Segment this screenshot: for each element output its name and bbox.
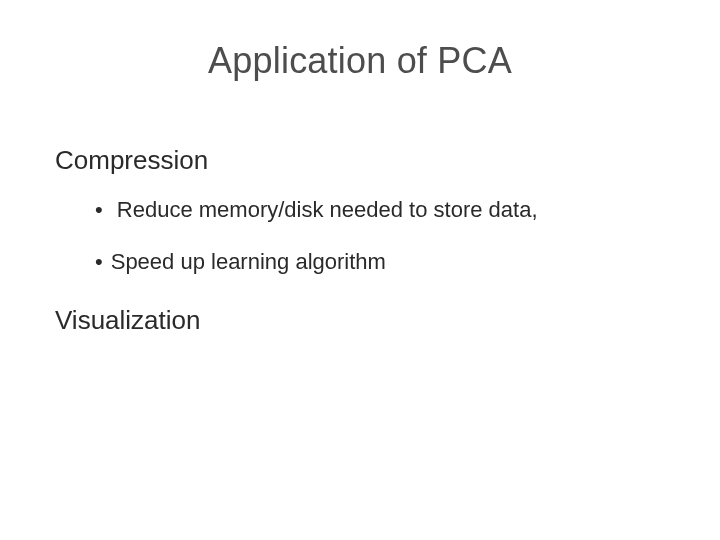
slide-title: Application of PCA	[0, 40, 720, 82]
bullet-item: • Reduce memory/disk needed to store dat…	[95, 196, 665, 224]
bullet-text: Reduce memory/disk needed to store data,	[111, 197, 538, 222]
section-heading-compression: Compression	[55, 145, 665, 176]
slide: Application of PCA Compression • Reduce …	[0, 0, 720, 540]
bullet-item: •Speed up learning algorithm	[95, 248, 665, 276]
section-heading-visualization: Visualization	[55, 305, 665, 336]
bullet-icon: •	[95, 248, 103, 276]
bullet-icon: •	[95, 196, 103, 224]
slide-body: Compression • Reduce memory/disk needed …	[55, 145, 665, 356]
bullet-text: Speed up learning algorithm	[111, 249, 386, 274]
